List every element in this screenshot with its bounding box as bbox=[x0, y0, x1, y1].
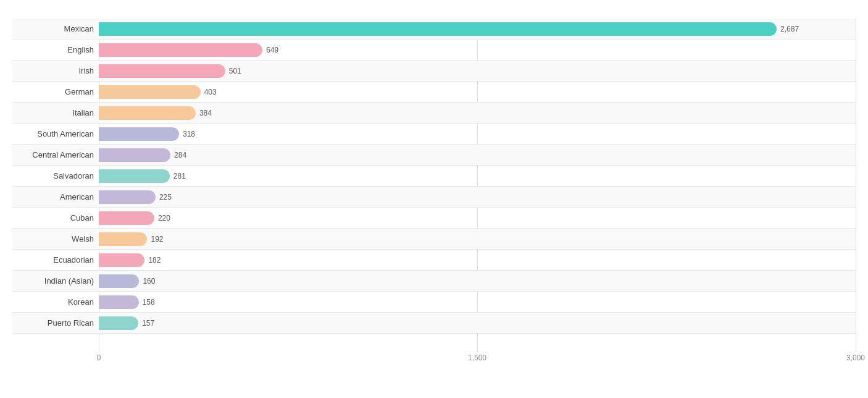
bar-track: 284 bbox=[99, 148, 856, 162]
bar-track: 318 bbox=[99, 127, 856, 141]
bar-fill bbox=[99, 211, 154, 225]
bar-label: Irish bbox=[12, 66, 99, 75]
bar-label: Mexican bbox=[12, 24, 99, 33]
bar-row: German403 bbox=[12, 82, 856, 103]
bar-fill bbox=[99, 190, 156, 204]
bar-row: Indian (Asian)160 bbox=[12, 271, 856, 292]
bar-value-label: 284 bbox=[174, 151, 186, 159]
bar-fill bbox=[99, 85, 201, 99]
bar-row: English649 bbox=[12, 40, 856, 61]
bar-row: Ecuadorian182 bbox=[12, 250, 856, 271]
bar-row: Salvadoran281 bbox=[12, 166, 856, 187]
x-axis-tick: 3,000 bbox=[846, 354, 865, 362]
bar-label: Italian bbox=[12, 108, 99, 117]
bar-fill bbox=[99, 106, 196, 120]
x-axis-tick: 0 bbox=[97, 354, 101, 362]
bar-fill bbox=[99, 232, 147, 246]
bar-fill bbox=[99, 169, 170, 183]
bar-fill bbox=[99, 43, 262, 57]
bar-track: 158 bbox=[99, 295, 856, 309]
x-axis: 01,5003,000 bbox=[99, 354, 856, 366]
bar-track: 2,687 bbox=[99, 22, 856, 36]
bar-track: 225 bbox=[99, 190, 856, 204]
bar-row: South American318 bbox=[12, 124, 856, 145]
bar-label: South American bbox=[12, 129, 99, 138]
bar-fill bbox=[99, 316, 138, 330]
bar-value-label: 281 bbox=[173, 172, 186, 180]
bar-track: 281 bbox=[99, 169, 856, 183]
bar-track: 649 bbox=[99, 43, 856, 57]
bar-label: Indian (Asian) bbox=[12, 276, 99, 286]
bars-area: Mexican2,687English649Irish501German403I… bbox=[12, 19, 856, 352]
bar-track: 384 bbox=[99, 106, 856, 120]
bar-row: American225 bbox=[12, 187, 856, 208]
bar-track: 501 bbox=[99, 64, 856, 78]
bar-value-label: 384 bbox=[199, 109, 212, 117]
bar-row: Puerto Rican157 bbox=[12, 313, 856, 334]
bar-label: Welsh bbox=[12, 234, 99, 243]
bar-track: 192 bbox=[99, 232, 856, 246]
bar-fill bbox=[99, 274, 139, 288]
bar-value-label: 157 bbox=[142, 319, 154, 328]
bar-fill bbox=[99, 148, 170, 162]
bar-value-label: 501 bbox=[229, 67, 241, 75]
bar-row: Korean158 bbox=[12, 292, 856, 313]
bar-value-label: 318 bbox=[183, 130, 195, 138]
bar-label: Puerto Rican bbox=[12, 318, 99, 328]
bar-label: American bbox=[12, 192, 99, 201]
bar-row: Irish501 bbox=[12, 61, 856, 82]
bar-fill bbox=[99, 295, 139, 309]
bar-track: 182 bbox=[99, 253, 856, 267]
bar-row: Central American284 bbox=[12, 145, 856, 166]
bar-value-label: 225 bbox=[159, 193, 172, 201]
bar-value-label: 192 bbox=[151, 235, 163, 243]
bar-track: 160 bbox=[99, 274, 856, 288]
bar-value-label: 182 bbox=[148, 256, 161, 265]
bar-label: Ecuadorian bbox=[12, 255, 99, 265]
bar-value-label: 220 bbox=[158, 214, 170, 222]
bar-value-label: 2,687 bbox=[780, 25, 799, 33]
x-axis-tick: 1,500 bbox=[468, 354, 486, 362]
bar-track: 157 bbox=[99, 316, 856, 330]
grid-line bbox=[856, 19, 856, 352]
bar-fill bbox=[99, 127, 179, 141]
bar-value-label: 403 bbox=[204, 88, 217, 96]
bar-value-label: 160 bbox=[143, 277, 155, 286]
bar-value-label: 649 bbox=[266, 46, 278, 54]
bar-track: 220 bbox=[99, 211, 856, 225]
bar-fill bbox=[99, 64, 225, 78]
bar-fill bbox=[99, 22, 777, 36]
bar-track: 403 bbox=[99, 85, 856, 99]
bar-label: Salvadoran bbox=[12, 171, 99, 180]
bar-row: Welsh192 bbox=[12, 229, 856, 250]
bar-label: Central American bbox=[12, 150, 99, 159]
bar-row: Cuban220 bbox=[12, 208, 856, 229]
bar-label: Cuban bbox=[12, 213, 99, 222]
bar-label: Korean bbox=[12, 297, 99, 307]
bar-row: Italian384 bbox=[12, 103, 856, 124]
bar-label: German bbox=[12, 87, 99, 96]
bar-row: Mexican2,687 bbox=[12, 19, 856, 40]
bar-label: English bbox=[12, 45, 99, 54]
bar-fill bbox=[99, 253, 144, 267]
chart-container: Mexican2,687English649Irish501German403I… bbox=[0, 0, 868, 398]
bar-value-label: 158 bbox=[143, 298, 155, 307]
